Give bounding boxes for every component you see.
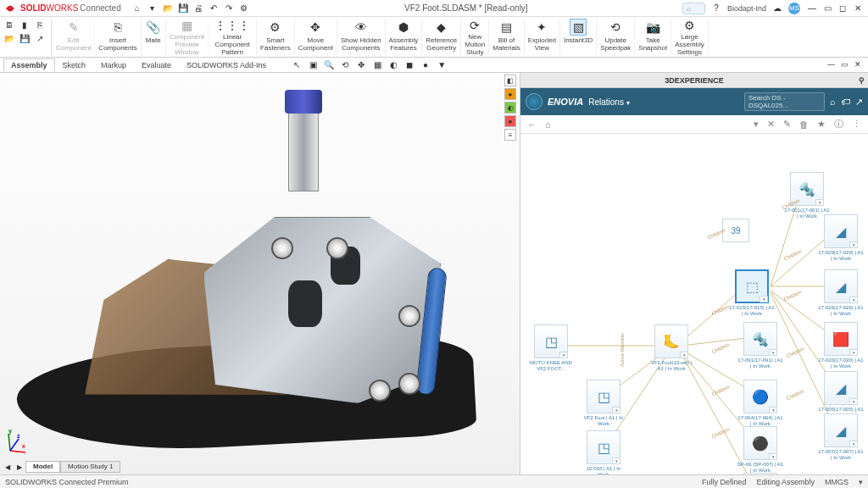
viewport-orientation-icon[interactable]: ◧ xyxy=(504,75,516,86)
pan-icon[interactable]: ✥ xyxy=(355,59,367,71)
zoom-icon[interactable]: 🔍 xyxy=(323,59,335,71)
sub-minimize-button[interactable]: — xyxy=(827,60,837,70)
viewport-dimxpert-icon[interactable]: ≡ xyxy=(504,129,516,141)
tab-model[interactable]: Model xyxy=(25,461,60,473)
open-doc-icon[interactable]: 📂 xyxy=(3,32,15,44)
compass-icon[interactable] xyxy=(526,93,542,110)
viewport-appearance-icon[interactable]: ● xyxy=(504,88,516,100)
cloud-icon[interactable]: ☁ xyxy=(771,3,783,14)
maximize-button[interactable]: ◻ xyxy=(836,3,849,14)
ribbon-linear-component-pattern[interactable]: ⋮⋮⋮Linear ComponentPattern xyxy=(209,19,257,55)
ribbon-large-assembly-settings[interactable]: ⚙LargeAssemblySettings xyxy=(671,19,709,55)
graph-node[interactable]: ◢▾17-029(17-029) | A1 | In Work xyxy=(817,214,865,262)
graph-node[interactable]: 🔵▾17-064(17-064) | A1 | In Work xyxy=(737,380,784,427)
open-icon[interactable]: 📂 xyxy=(162,3,174,14)
new-icon[interactable]: ▾ xyxy=(147,3,159,14)
tab-markup[interactable]: Markup xyxy=(93,58,134,71)
delete-icon[interactable]: 🗑 xyxy=(799,119,809,130)
info-icon[interactable]: ⓘ xyxy=(834,118,843,130)
back-icon[interactable]: ← xyxy=(527,119,537,130)
share-icon[interactable]: ↗ xyxy=(34,32,46,44)
relations-graph[interactable]: 39 ◳▾MOTO KNEE AND VF2 FOOT...Active Mem… xyxy=(520,134,868,474)
graph-node[interactable]: ▬▾17-002(17-002) | A1 | In Work xyxy=(737,473,784,474)
search-icon[interactable]: ⌕ xyxy=(830,97,836,107)
graph-node[interactable]: ⬚▾17-015(17-015) | A1 | In Work xyxy=(728,269,776,317)
filter-icon[interactable]: ▾ xyxy=(754,119,759,130)
home-icon[interactable]: ⌂ xyxy=(545,119,551,130)
ribbon-exploded-view[interactable]: ✦ExplodedView xyxy=(525,19,560,55)
graph-node[interactable]: ◢▾17-005(17-005) | A1 | In Work xyxy=(817,371,865,419)
undo-icon[interactable]: ↶ xyxy=(208,3,220,14)
sub-restore-button[interactable]: ▭ xyxy=(841,60,851,70)
count-badge: 39 xyxy=(722,219,749,242)
ribbon-assembly-features[interactable]: ⬢AssemblyFeatures xyxy=(386,19,423,55)
ribbon-update-speedpak[interactable]: ⟲UpdateSpeedpak xyxy=(597,19,635,55)
command-search[interactable]: ⌕ xyxy=(682,3,705,14)
ribbon-mate[interactable]: 📎Mate xyxy=(142,19,166,55)
ribbon-reference-geometry[interactable]: ◆ReferenceGeometry xyxy=(422,19,461,55)
tab-scroll-left[interactable]: ◀ xyxy=(2,461,14,473)
help-icon[interactable]: ? xyxy=(710,3,722,14)
ribbon-smart-fasteners[interactable]: ⚙SmartFasteners xyxy=(257,19,295,55)
graph-root[interactable]: ◳▾MOTO KNEE AND VF2 FOOT... xyxy=(527,324,575,372)
graph-node[interactable]: ⚫▾SP-06 (SP-007) | A1 | In Work xyxy=(737,426,784,474)
close-button[interactable]: ✕ xyxy=(851,3,865,14)
ribbon-take-snapshot[interactable]: 📷TakeSnapshot xyxy=(635,19,671,55)
ribbon-instant3d[interactable]: ▧Instant3D xyxy=(560,19,597,55)
new-doc-icon[interactable]: 🗎 xyxy=(3,19,15,30)
ribbon-move-component[interactable]: ✥MoveComponent xyxy=(295,19,337,55)
share-icon[interactable]: ↗ xyxy=(855,97,863,108)
graph-node[interactable]: ◢▾17-007(17-007) | A1 | In Work xyxy=(817,413,865,461)
star-icon[interactable]: ★ xyxy=(817,119,826,130)
edit-icon[interactable]: ✎ xyxy=(783,119,791,130)
select-filter-icon[interactable]: ▣ xyxy=(307,59,319,71)
options-icon[interactable]: ⚙ xyxy=(238,3,250,14)
ribbon-insert-components[interactable]: ⎘InsertComponents xyxy=(95,19,141,55)
sub-close-button[interactable]: ✕ xyxy=(854,60,865,70)
assembly-icon[interactable]: ⎘ xyxy=(34,19,46,30)
menu-icon[interactable]: ⋮ xyxy=(852,119,861,130)
tab-sketch[interactable]: Sketch xyxy=(55,58,94,71)
tab-motion-study[interactable]: Motion Study 1 xyxy=(60,461,120,473)
shadow-icon[interactable]: ◼ xyxy=(403,59,415,71)
tab-scroll-right[interactable]: ▶ xyxy=(14,461,25,473)
save-icon[interactable]: 💾 xyxy=(177,3,189,14)
ribbon-show-hidden-components[interactable]: 👁Show HiddenComponents xyxy=(337,19,386,55)
part-icon[interactable]: ▮ xyxy=(19,19,31,30)
scene-icon[interactable]: ● xyxy=(420,59,431,71)
graph-node[interactable]: 🟥▾17-020(17-020) | A1 | In Work xyxy=(817,322,865,369)
home-icon[interactable]: ⌂ xyxy=(131,3,143,14)
relations-dropdown[interactable]: Relations ▾ xyxy=(588,97,629,107)
tool1-icon[interactable]: ✕ xyxy=(767,119,775,130)
tab-evaluate[interactable]: Evaluate xyxy=(134,58,179,71)
minimize-button[interactable]: — xyxy=(805,3,819,14)
graph-node[interactable]: 🦶▾VF2 Foot(15-cel) | A1 | In Work xyxy=(648,324,695,372)
graph-node[interactable]: ◢▾17-026(17-026) | A1 | In Work xyxy=(817,269,865,317)
graph-node[interactable]: ◳▾15-010 | A1 | In Work xyxy=(580,430,627,474)
viewport-scene-icon[interactable]: ● xyxy=(504,115,516,127)
graphics-viewport[interactable]: ◧ ● ◐ ● ≡ x y z ◀ ▶ Model Motion Study 1 xyxy=(0,73,520,474)
viewport-decal-icon[interactable]: ◐ xyxy=(504,102,516,114)
tag-icon[interactable]: 🏷 xyxy=(841,97,850,107)
redo-icon[interactable]: ↷ xyxy=(223,3,235,14)
pin-icon[interactable]: ⚲ xyxy=(859,76,865,85)
ribbon-new-motion-study[interactable]: ⟳NewMotionStudy xyxy=(461,19,489,55)
ribbon-bill-of-materials[interactable]: ▤Bill ofMaterials xyxy=(489,19,524,55)
rotate-icon[interactable]: ⟲ xyxy=(339,59,351,71)
hide-show-icon[interactable]: ▼ xyxy=(436,59,448,71)
tab-solidworks-add-ins[interactable]: SOLIDWORKS Add-Ins xyxy=(179,58,274,71)
status-menu-icon[interactable]: ▾ xyxy=(859,478,863,486)
tab-assembly[interactable]: Assembly xyxy=(3,58,55,72)
status-units[interactable]: MMGS xyxy=(825,478,849,486)
cursor-icon[interactable]: ↖ xyxy=(291,59,303,71)
section-view-icon[interactable]: ◐ xyxy=(387,59,399,71)
user-avatar[interactable]: MS xyxy=(788,3,800,14)
save-doc-icon[interactable]: 💾 xyxy=(19,32,31,44)
graph-node[interactable]: 🔩▾17-091(17-091) | A1 | In Work xyxy=(737,322,784,369)
restore-button[interactable]: ▭ xyxy=(821,3,834,14)
graph-node[interactable]: ◳▾VF2 Foot | A1 | In Work xyxy=(580,380,627,427)
display-style-icon[interactable]: ▦ xyxy=(371,59,383,71)
enovia-search[interactable]: Search DS - DSQAL025... xyxy=(744,92,825,111)
print-icon[interactable]: 🖨 xyxy=(192,3,204,14)
graph-node[interactable]: 🔩▾17-001(17-001) | A1 | In Work xyxy=(783,172,831,219)
